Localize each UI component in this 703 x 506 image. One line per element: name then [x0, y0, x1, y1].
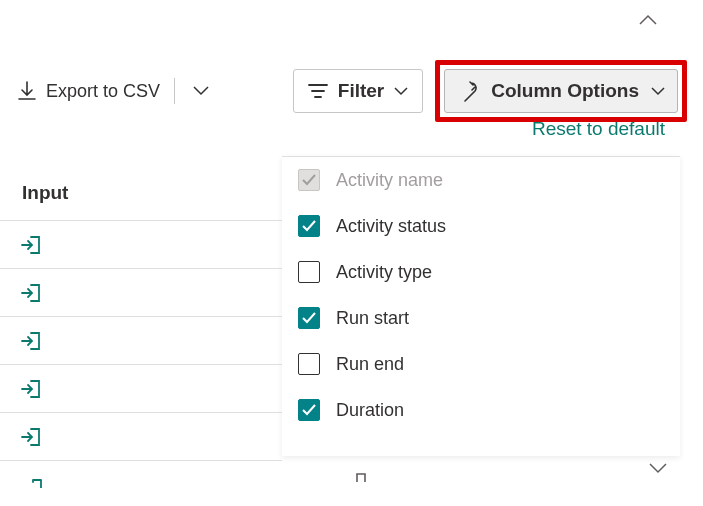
column-options-label: Column Options	[491, 80, 639, 102]
output-icon[interactable]	[354, 472, 376, 482]
panel-expand-caret[interactable]	[649, 462, 667, 474]
option-label: Activity type	[336, 262, 432, 283]
download-icon	[18, 81, 36, 101]
reset-to-default-link[interactable]: Reset to default	[532, 118, 665, 140]
table-row[interactable]	[0, 269, 282, 317]
chevron-down-icon	[651, 87, 665, 96]
column-header-input[interactable]: Input	[0, 172, 282, 221]
checkbox-unchecked[interactable]	[298, 353, 320, 375]
chevron-down-icon	[193, 86, 209, 96]
checkbox-checked[interactable]	[298, 307, 320, 329]
table-area: Input	[0, 172, 282, 461]
option-run-start[interactable]: Run start	[282, 295, 680, 341]
export-dropdown-caret[interactable]	[187, 80, 215, 102]
table-row[interactable]	[0, 221, 282, 269]
option-label: Run start	[336, 308, 409, 329]
option-activity-type[interactable]: Activity type	[282, 249, 680, 295]
option-label: Activity status	[336, 216, 446, 237]
checkbox-checked[interactable]	[298, 215, 320, 237]
input-icon[interactable]	[20, 331, 42, 351]
input-icon[interactable]	[20, 235, 42, 255]
toolbar-divider	[174, 78, 175, 104]
input-icon[interactable]	[20, 427, 42, 447]
option-label: Duration	[336, 400, 404, 421]
checkbox-disabled-checked	[298, 169, 320, 191]
input-icon[interactable]	[20, 379, 42, 399]
option-activity-name[interactable]: Activity name	[282, 157, 680, 203]
filter-icon	[308, 83, 328, 99]
panel-collapse-caret[interactable]	[639, 14, 657, 26]
option-label: Run end	[336, 354, 404, 375]
option-run-end[interactable]: Run end	[282, 341, 680, 387]
column-options-dropdown: Activity name Activity status Activity t…	[282, 156, 680, 456]
wrench-icon	[457, 80, 479, 102]
chevron-down-icon	[394, 87, 408, 96]
filter-label: Filter	[338, 80, 384, 102]
table-row[interactable]	[0, 317, 282, 365]
checkbox-unchecked[interactable]	[298, 261, 320, 283]
toolbar: Export to CSV Filter Column Options	[0, 0, 703, 122]
table-row[interactable]	[0, 413, 282, 461]
input-icon[interactable]	[22, 478, 44, 488]
filter-button[interactable]: Filter	[293, 69, 423, 113]
column-options-button[interactable]: Column Options	[444, 69, 678, 113]
input-icon[interactable]	[20, 283, 42, 303]
option-label: Activity name	[336, 170, 443, 191]
export-csv-button[interactable]: Export to CSV	[16, 77, 162, 106]
option-duration[interactable]: Duration	[282, 387, 680, 433]
option-activity-status[interactable]: Activity status	[282, 203, 680, 249]
table-row[interactable]	[0, 365, 282, 413]
export-csv-label: Export to CSV	[46, 81, 160, 102]
checkbox-checked[interactable]	[298, 399, 320, 421]
column-options-highlight: Column Options	[435, 60, 687, 122]
